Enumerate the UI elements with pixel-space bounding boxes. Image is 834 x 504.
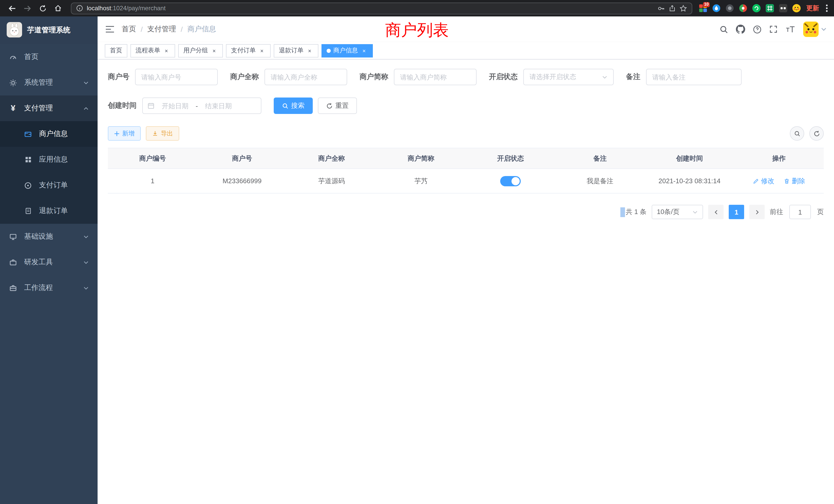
- close-icon[interactable]: ×: [258, 47, 265, 54]
- reset-button[interactable]: 重置: [318, 97, 357, 114]
- tab-pay-order[interactable]: 支付订单 ×: [226, 44, 271, 57]
- remark-input[interactable]: [646, 69, 742, 85]
- status-select[interactable]: 请选择开启状态: [523, 69, 614, 85]
- extension-wechat-devtools-icon[interactable]: [752, 4, 761, 13]
- tab-home[interactable]: 首页: [105, 44, 127, 57]
- cell-merchant-id: 1: [108, 168, 197, 193]
- close-icon[interactable]: ×: [360, 47, 368, 54]
- page-1-button[interactable]: 1: [729, 205, 744, 219]
- col-short-name: 商户简称: [376, 148, 466, 168]
- search-icon[interactable]: [720, 25, 728, 33]
- sidebar: 芋道管理系统 首页 系统管理: [0, 17, 97, 504]
- sidebar-item-refund-order[interactable]: 退款订单: [0, 198, 97, 224]
- share-icon[interactable]: [668, 5, 676, 12]
- close-icon[interactable]: ×: [163, 47, 170, 54]
- sidebar-item-workflow[interactable]: 工作流程: [0, 275, 97, 301]
- export-button[interactable]: 导出: [146, 126, 179, 141]
- fullscreen-icon[interactable]: [769, 25, 777, 33]
- filter-short-name: 商户简称: [359, 69, 477, 85]
- user-avatar[interactable]: [803, 22, 826, 37]
- tab-user-group[interactable]: 用户分组 ×: [178, 44, 223, 57]
- browser-back-icon[interactable]: [5, 2, 19, 15]
- next-page-button[interactable]: [749, 205, 765, 219]
- caret-down-icon: [821, 28, 826, 31]
- page-size-select[interactable]: 10条/页: [652, 205, 703, 219]
- status-toggle[interactable]: [500, 176, 521, 186]
- document-icon: [24, 207, 32, 214]
- browser-home-icon[interactable]: [51, 2, 65, 15]
- prev-page-button[interactable]: [708, 205, 724, 219]
- breadcrumb: 首页 / 支付管理 / 商户信息: [122, 25, 216, 34]
- sidebar-item-system[interactable]: 系统管理: [0, 70, 97, 95]
- delete-button[interactable]: 删除: [784, 176, 805, 186]
- sidebar-item-dev-tools[interactable]: 研发工具: [0, 249, 97, 275]
- browser-forward-icon[interactable]: [21, 2, 34, 15]
- col-status: 开启状态: [466, 148, 555, 168]
- extension-tampermonkey-icon[interactable]: [778, 4, 787, 13]
- bookmark-star-icon[interactable]: [679, 4, 687, 12]
- add-button[interactable]: 新增: [108, 126, 141, 141]
- breadcrumb-pay[interactable]: 支付管理: [147, 25, 176, 34]
- create-time-label: 创建时间: [108, 101, 142, 110]
- address-bar[interactable]: localhost:1024/pay/merchant: [71, 2, 692, 14]
- cell-merchant-no: M233666999: [197, 168, 287, 193]
- extension-proxy-icon[interactable]: [739, 4, 747, 13]
- end-date-input[interactable]: [200, 102, 237, 110]
- sidebar-item-infrastructure[interactable]: 基础设施: [0, 224, 97, 249]
- tab-process-form[interactable]: 流程表单 ×: [130, 44, 175, 57]
- browser-reload-icon[interactable]: [36, 2, 49, 15]
- font-size-icon[interactable]: [785, 25, 795, 33]
- browser-menu-dots-icon[interactable]: [825, 4, 829, 12]
- app-logo[interactable]: 芋道管理系统: [0, 17, 97, 44]
- merchant-table: 商户编号 商户号 商户全称 商户简称 开启状态 备注 创建时间 操作 1: [108, 148, 824, 193]
- sidebar-item-pay-order[interactable]: 支付订单: [0, 173, 97, 198]
- hamburger-icon[interactable]: [105, 26, 114, 33]
- sidebar-item-merchant-info[interactable]: 商户信息: [0, 121, 97, 147]
- pagination: 共 1 条 10条/页 1 前往: [108, 205, 824, 219]
- breadcrumb-home[interactable]: 首页: [122, 25, 136, 34]
- sidebar-item-app-info[interactable]: 应用信息: [0, 147, 97, 173]
- refresh-button[interactable]: [809, 126, 824, 141]
- tab-refund-order[interactable]: 退款订单 ×: [274, 44, 319, 57]
- extension-drop-icon[interactable]: [712, 4, 721, 13]
- extension-green-grid-icon[interactable]: [765, 4, 774, 13]
- help-icon[interactable]: [753, 25, 762, 33]
- refresh-icon: [813, 130, 820, 137]
- extension-emoji-icon[interactable]: [792, 4, 800, 13]
- start-date-input[interactable]: [157, 102, 194, 110]
- table-toolbar: 新增 导出: [108, 126, 824, 141]
- filter-merchant-no: 商户号: [108, 69, 218, 85]
- pay-submenu: 商户信息 应用信息 支付订单: [0, 121, 97, 224]
- create-time-range-picker[interactable]: -: [142, 97, 261, 114]
- workflow-icon: [9, 284, 18, 292]
- search-button[interactable]: 搜索: [274, 97, 313, 114]
- pagination-total: 共 1 条: [626, 207, 646, 216]
- edit-button[interactable]: 修改: [753, 176, 774, 186]
- close-icon[interactable]: ×: [306, 47, 313, 54]
- full-name-input[interactable]: [264, 69, 347, 85]
- chevron-right-icon: [754, 209, 760, 215]
- extension-grid-icon[interactable]: 10: [698, 4, 707, 13]
- merchant-no-input[interactable]: [135, 69, 218, 85]
- cell-create-time: 2021-10-23 08:31:14: [645, 168, 734, 193]
- merchant-no-label: 商户号: [108, 72, 135, 82]
- col-merchant-no: 商户号: [197, 148, 287, 168]
- active-dot: [327, 48, 331, 53]
- sidebar-item-label: 商户信息: [39, 129, 68, 139]
- site-info-icon[interactable]: [76, 5, 83, 12]
- extension-dark-icon[interactable]: [725, 4, 734, 13]
- tab-merchant-info[interactable]: 商户信息 ×: [322, 44, 373, 57]
- chevron-left-icon: [713, 209, 719, 215]
- table-header-row: 商户编号 商户号 商户全称 商户简称 开启状态 备注 创建时间 操作: [108, 148, 824, 168]
- github-icon[interactable]: [736, 25, 745, 34]
- browser-update-button[interactable]: 更新: [805, 4, 820, 13]
- full-name-label: 商户全称: [230, 72, 264, 82]
- close-icon[interactable]: ×: [211, 47, 218, 54]
- sidebar-item-pay[interactable]: ¥ 支付管理: [0, 95, 97, 121]
- toggle-search-button[interactable]: [790, 126, 804, 141]
- col-full-name: 商户全称: [287, 148, 376, 168]
- password-key-icon[interactable]: [657, 4, 665, 12]
- goto-page-input[interactable]: [789, 205, 811, 219]
- short-name-input[interactable]: [394, 69, 477, 85]
- sidebar-item-home[interactable]: 首页: [0, 44, 97, 70]
